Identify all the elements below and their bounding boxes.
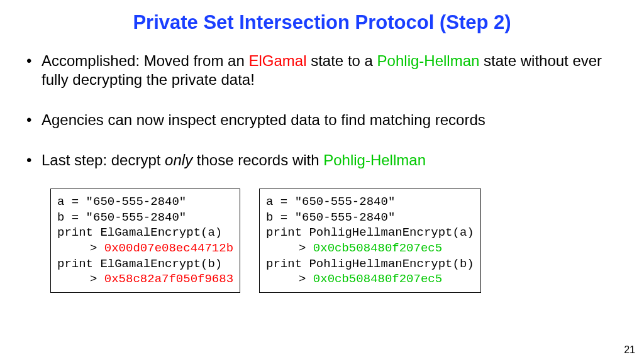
code-line: a = "650-555-2840" — [57, 194, 233, 210]
bullet-list: Accomplished: Moved from an ElGamal stat… — [23, 52, 621, 170]
code-output: > 0x58c82a7f050f9683 — [57, 272, 233, 287]
term-elgamal: ElGamal — [248, 52, 306, 69]
code-output: > 0x0cb508480f207ec5 — [266, 272, 474, 287]
bullet-3: Last step: decrypt only those records wi… — [26, 151, 621, 170]
page-number: 21 — [624, 344, 635, 356]
code-line: print PohligHellmanEncrypt(a) — [266, 225, 474, 241]
code-row: a = "650-555-2840" b = "650-555-2840" pr… — [23, 189, 621, 293]
term-pohlig-hellman-2: Pohlig-Hellman — [323, 151, 426, 168]
code-line: print ElGamalEncrypt(a) — [57, 225, 233, 241]
prompt: > — [299, 272, 313, 286]
code-line: print ElGamalEncrypt(b) — [57, 256, 233, 272]
hash-value: 0x0cb508480f207ec5 — [313, 272, 442, 286]
slide-title: Private Set Intersection Protocol (Step … — [23, 11, 621, 34]
code-box-left: a = "650-555-2840" b = "650-555-2840" pr… — [50, 189, 240, 293]
bullet-3-text-2: those records with — [192, 151, 323, 168]
term-only: only — [165, 151, 192, 168]
prompt: > — [90, 241, 104, 255]
bullet-3-text-1: Last step: decrypt — [42, 151, 165, 168]
bullet-2-text-1: Agencies can now inspect encrypted data … — [42, 111, 486, 128]
code-box-right: a = "650-555-2840" b = "650-555-2840" pr… — [259, 189, 481, 293]
code-line: b = "650-555-2840" — [266, 210, 474, 226]
slide: Private Set Intersection Protocol (Step … — [0, 0, 644, 362]
hash-value: 0x00d07e08ec44712b — [104, 241, 233, 255]
term-pohlig-hellman: Pohlig-Hellman — [377, 52, 480, 69]
code-output: > 0x00d07e08ec44712b — [57, 241, 233, 256]
code-line: a = "650-555-2840" — [266, 194, 474, 210]
prompt: > — [90, 272, 104, 286]
hash-value: 0x58c82a7f050f9683 — [104, 272, 233, 286]
code-output: > 0x0cb508480f207ec5 — [266, 241, 474, 256]
code-line: print PohligHellmanEncrypt(b) — [266, 256, 474, 272]
prompt: > — [299, 241, 313, 255]
bullet-1-text-1: Accomplished: Moved from an — [42, 52, 248, 69]
hash-value: 0x0cb508480f207ec5 — [313, 241, 442, 255]
code-line: b = "650-555-2840" — [57, 210, 233, 226]
bullet-1: Accomplished: Moved from an ElGamal stat… — [26, 52, 621, 89]
bullet-1-text-2: state to a — [307, 52, 377, 69]
bullet-2: Agencies can now inspect encrypted data … — [26, 111, 621, 129]
